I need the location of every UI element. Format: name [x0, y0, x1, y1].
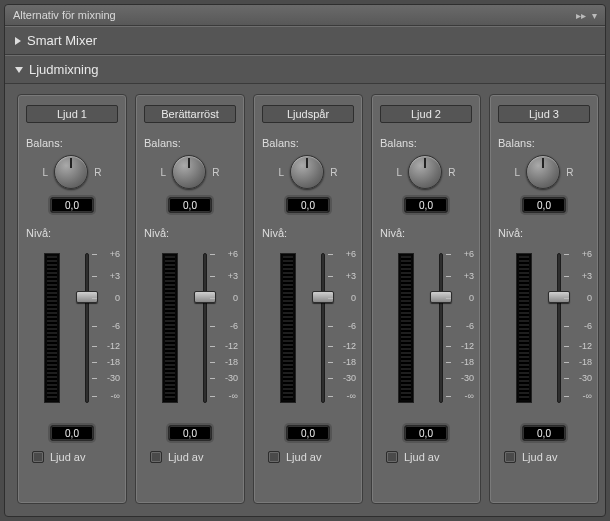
- mute-checkbox[interactable]: [268, 451, 280, 463]
- mute-label: Ljud av: [168, 451, 203, 463]
- balance-readout[interactable]: 0,0: [50, 197, 94, 213]
- balance-readout[interactable]: 0,0: [404, 197, 448, 213]
- fader-handle[interactable]: [312, 291, 334, 303]
- scale-mark: -18: [452, 357, 474, 367]
- chevron-down-icon: [15, 67, 23, 73]
- channel-strip: Ljud 1 Balans: L R 0,0 Nivå: +6+30-6-12-…: [17, 94, 127, 504]
- track-name-field[interactable]: Ljud 2: [380, 105, 472, 123]
- scale-mark: -12: [452, 341, 474, 351]
- scale-mark: -6: [334, 321, 356, 331]
- scale-mark: +3: [98, 271, 120, 281]
- mute-label: Ljud av: [286, 451, 321, 463]
- scale-mark: -30: [98, 373, 120, 383]
- fader-track[interactable]: [85, 253, 89, 403]
- level-meter: [280, 253, 296, 403]
- fader-track[interactable]: [557, 253, 561, 403]
- level-readout[interactable]: 0,0: [168, 425, 212, 441]
- level-readout[interactable]: 0,0: [50, 425, 94, 441]
- level-label: Nivå:: [262, 227, 287, 239]
- balance-knob[interactable]: [526, 155, 560, 189]
- track-name-field[interactable]: Ljud 1: [26, 105, 118, 123]
- scale-mark: -18: [570, 357, 592, 367]
- scale-mark: -6: [570, 321, 592, 331]
- balance-knob[interactable]: [172, 155, 206, 189]
- fader-track[interactable]: [439, 253, 443, 403]
- scale-mark: +6: [216, 249, 238, 259]
- mute-label: Ljud av: [404, 451, 439, 463]
- scale-mark: -18: [216, 357, 238, 367]
- section-audio-mixing[interactable]: Ljudmixning: [5, 55, 605, 84]
- fader-handle[interactable]: [430, 291, 452, 303]
- balance-left-label: L: [43, 167, 49, 178]
- balance-readout[interactable]: 0,0: [168, 197, 212, 213]
- collapse-icon[interactable]: ▸▸: [576, 10, 586, 21]
- fader-handle[interactable]: [194, 291, 216, 303]
- fader-area: +6+30-6-12-18-30-∞: [144, 247, 236, 417]
- balance-readout[interactable]: 0,0: [286, 197, 330, 213]
- scale-mark: -12: [334, 341, 356, 351]
- level-label: Nivå:: [26, 227, 51, 239]
- section-title: Smart Mixer: [27, 33, 97, 48]
- fader-area: +6+30-6-12-18-30-∞: [262, 247, 354, 417]
- scale-mark: -∞: [570, 391, 592, 401]
- mute-label: Ljud av: [522, 451, 557, 463]
- balance-right-label: R: [212, 167, 219, 178]
- chevron-right-icon: [15, 37, 21, 45]
- track-name-field[interactable]: Berättarröst: [144, 105, 236, 123]
- fader-area: +6+30-6-12-18-30-∞: [26, 247, 118, 417]
- balance-right-label: R: [94, 167, 101, 178]
- balance-knob[interactable]: [54, 155, 88, 189]
- balance-knob[interactable]: [290, 155, 324, 189]
- scale-mark: +3: [570, 271, 592, 281]
- fader-track[interactable]: [321, 253, 325, 403]
- fader-track[interactable]: [203, 253, 207, 403]
- mute-checkbox[interactable]: [504, 451, 516, 463]
- level-meter: [44, 253, 60, 403]
- scale-mark: -18: [98, 357, 120, 367]
- scale-mark: -18: [334, 357, 356, 367]
- channel-strip: Ljud 2 Balans: L R 0,0 Nivå: +6+30-6-12-…: [371, 94, 481, 504]
- level-readout[interactable]: 0,0: [286, 425, 330, 441]
- level-meter: [162, 253, 178, 403]
- scale-mark: 0: [334, 293, 356, 303]
- level-label: Nivå:: [144, 227, 169, 239]
- channel-strip: Ljudspår Balans: L R 0,0 Nivå: +6+30-6-1…: [253, 94, 363, 504]
- scale-mark: -12: [98, 341, 120, 351]
- panel-header: Alternativ för mixning ▸▸ ▾: [5, 5, 605, 26]
- mixing-options-panel: Alternativ för mixning ▸▸ ▾ Smart Mixer …: [4, 4, 606, 517]
- scale-mark: -∞: [452, 391, 474, 401]
- scale-mark: +3: [334, 271, 356, 281]
- panel-title: Alternativ för mixning: [13, 9, 116, 21]
- balance-label: Balans:: [262, 137, 299, 149]
- scale-mark: 0: [98, 293, 120, 303]
- level-readout[interactable]: 0,0: [404, 425, 448, 441]
- panel-menu-icon[interactable]: ▾: [592, 10, 597, 21]
- mute-checkbox[interactable]: [150, 451, 162, 463]
- track-name-field[interactable]: Ljudspår: [262, 105, 354, 123]
- mute-checkbox[interactable]: [386, 451, 398, 463]
- scale-mark: +6: [334, 249, 356, 259]
- mute-checkbox[interactable]: [32, 451, 44, 463]
- channel-strip-row: Ljud 1 Balans: L R 0,0 Nivå: +6+30-6-12-…: [5, 84, 605, 516]
- scale-mark: -12: [216, 341, 238, 351]
- section-smart-mixer[interactable]: Smart Mixer: [5, 26, 605, 55]
- channel-strip: Ljud 3 Balans: L R 0,0 Nivå: +6+30-6-12-…: [489, 94, 599, 504]
- level-meter: [516, 253, 532, 403]
- balance-label: Balans:: [26, 137, 63, 149]
- balance-readout[interactable]: 0,0: [522, 197, 566, 213]
- scale-mark: -30: [216, 373, 238, 383]
- scale-mark: +3: [452, 271, 474, 281]
- balance-left-label: L: [161, 167, 167, 178]
- scale-mark: -∞: [216, 391, 238, 401]
- scale-mark: -6: [216, 321, 238, 331]
- balance-left-label: L: [515, 167, 521, 178]
- fader-handle[interactable]: [76, 291, 98, 303]
- scale-mark: -30: [452, 373, 474, 383]
- balance-label: Balans:: [144, 137, 181, 149]
- scale-mark: +3: [216, 271, 238, 281]
- track-name-field[interactable]: Ljud 3: [498, 105, 590, 123]
- scale-mark: 0: [216, 293, 238, 303]
- balance-knob[interactable]: [408, 155, 442, 189]
- level-readout[interactable]: 0,0: [522, 425, 566, 441]
- fader-handle[interactable]: [548, 291, 570, 303]
